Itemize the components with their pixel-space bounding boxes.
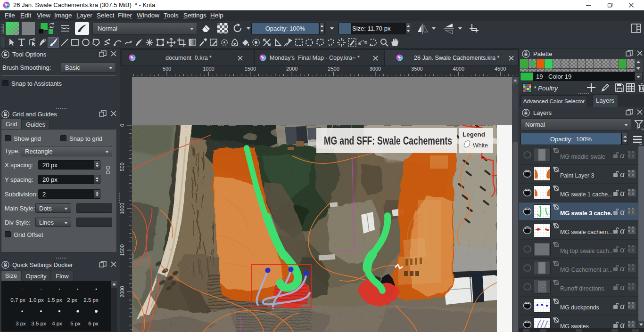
svg-text:3000: 3000 xyxy=(370,66,381,72)
svg-text:2 px: 2 px xyxy=(67,297,77,303)
svg-text:Legend: Legend xyxy=(462,131,485,138)
svg-text:2000: 2000 xyxy=(120,286,125,297)
svg-text:1.0 px: 1.0 px xyxy=(29,297,44,303)
svg-text:2000: 2000 xyxy=(286,66,297,72)
svg-text:White: White xyxy=(473,142,488,149)
svg-text:1500: 1500 xyxy=(120,244,125,256)
svg-text:2.5 px: 2.5 px xyxy=(83,297,99,303)
svg-text:4500: 4500 xyxy=(495,66,506,72)
svg-text:MG and SFF: Swale Cachements: MG and SFF: Swale Cachements xyxy=(324,135,452,147)
svg-text:1500: 1500 xyxy=(245,66,256,72)
svg-text:4000: 4000 xyxy=(453,66,464,72)
svg-text:4 px: 4 px xyxy=(52,321,62,326)
svg-text:1000: 1000 xyxy=(203,66,214,72)
svg-text:5 px: 5 px xyxy=(70,321,81,326)
svg-text:0: 0 xyxy=(120,124,125,127)
svg-text:2500: 2500 xyxy=(328,66,339,72)
svg-text:500: 500 xyxy=(120,162,125,171)
svg-text:3.5 px: 3.5 px xyxy=(31,321,46,326)
svg-text:1000: 1000 xyxy=(120,203,125,214)
svg-text:500: 500 xyxy=(163,66,171,72)
svg-text:6 px: 6 px xyxy=(88,321,99,326)
svg-text:3 px: 3 px xyxy=(16,321,26,326)
svg-text:1.5 px: 1.5 px xyxy=(47,297,62,303)
svg-text:0.7 px: 0.7 px xyxy=(10,297,25,303)
svg-text:3500: 3500 xyxy=(411,66,422,72)
